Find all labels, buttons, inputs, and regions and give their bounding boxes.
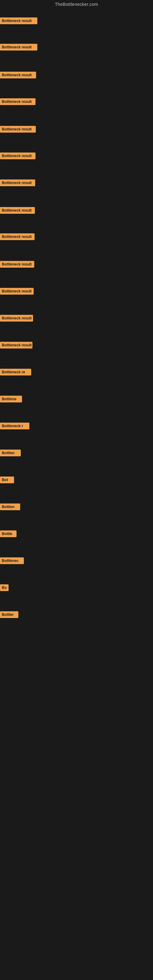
bottleneck-result-item[interactable]: Bottleneck result [0, 44, 37, 51]
bottleneck-result-item[interactable]: Bottleneck result [0, 261, 34, 268]
bottleneck-result-item[interactable]: Bo [0, 584, 9, 591]
bottleneck-result-item[interactable]: Bottleneck result [0, 180, 35, 186]
site-title: TheBottlenecker.com [0, 0, 153, 9]
bottleneck-result-item[interactable]: Bottleneck result [0, 98, 35, 105]
bottleneck-result-item[interactable]: Bottleneck result [0, 315, 33, 321]
bottleneck-result-item[interactable]: Bottleneck re [0, 369, 31, 375]
bottleneck-result-item[interactable]: Bottleneck result [0, 153, 35, 159]
bottleneck-result-item[interactable]: Bottleneck result [0, 288, 33, 294]
bottleneck-result-item[interactable]: Bottle [0, 530, 16, 537]
bottleneck-result-item[interactable]: Bottlenec [0, 557, 24, 564]
bottleneck-result-item[interactable]: Bottleneck r [0, 423, 29, 430]
bottleneck-result-item[interactable]: Bottleneck result [0, 233, 35, 240]
bottleneck-result-item[interactable]: Bottleneck result [0, 207, 35, 214]
bottleneck-result-item[interactable]: Bottlen [0, 450, 21, 456]
bottleneck-result-item[interactable]: Bottler [0, 611, 18, 618]
bottleneck-result-item[interactable]: Bottleneck result [0, 18, 37, 24]
bottleneck-result-item[interactable]: Bottlene [0, 396, 22, 402]
bottleneck-result-item[interactable]: Bottleneck result [0, 126, 36, 133]
bottleneck-result-item[interactable]: Bot [0, 477, 14, 483]
bottleneck-result-item[interactable]: Bottleneck result [0, 342, 32, 348]
bottleneck-result-item[interactable]: Bottlen [0, 503, 20, 510]
bottleneck-result-item[interactable]: Bottleneck result [0, 72, 36, 78]
